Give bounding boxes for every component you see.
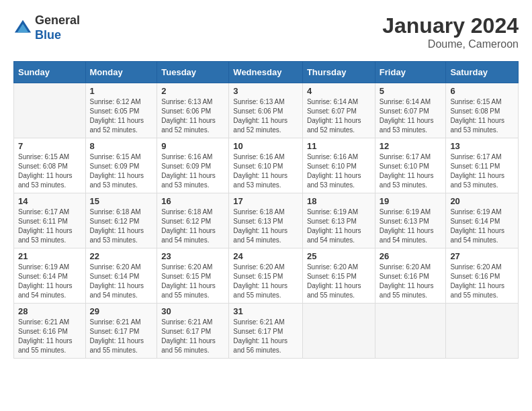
calendar-cell: 2Sunrise: 6:13 AMSunset: 6:06 PMDaylight… xyxy=(157,83,229,138)
day-number: 11 xyxy=(307,141,371,151)
calendar-cell: 18Sunrise: 6:19 AMSunset: 6:13 PMDayligh… xyxy=(302,193,375,248)
calendar-cell: 10Sunrise: 6:16 AMSunset: 6:10 PMDayligh… xyxy=(229,138,303,193)
day-info: Sunrise: 6:20 AMSunset: 6:16 PMDaylight:… xyxy=(450,263,514,300)
day-number: 13 xyxy=(450,141,514,151)
day-info: Sunrise: 6:14 AMSunset: 6:07 PMDaylight:… xyxy=(307,97,371,135)
day-info: Sunrise: 6:19 AMSunset: 6:14 PMDaylight:… xyxy=(450,208,514,245)
day-number: 15 xyxy=(90,196,153,206)
day-info: Sunrise: 6:21 AMSunset: 6:17 PMDaylight:… xyxy=(161,318,224,355)
day-number: 12 xyxy=(380,141,442,151)
day-info: Sunrise: 6:17 AMSunset: 6:11 PMDaylight:… xyxy=(450,152,514,190)
day-number: 20 xyxy=(450,196,514,206)
logo: General Blue xyxy=(13,13,80,42)
logo-icon xyxy=(13,19,32,38)
day-info: Sunrise: 6:18 AMSunset: 6:12 PMDaylight:… xyxy=(90,208,153,245)
day-info: Sunrise: 6:16 AMSunset: 6:10 PMDaylight:… xyxy=(307,152,371,190)
logo-text: General Blue xyxy=(35,13,80,42)
day-info: Sunrise: 6:21 AMSunset: 6:17 PMDaylight:… xyxy=(233,318,298,355)
day-number: 4 xyxy=(307,86,371,96)
calendar-cell: 30Sunrise: 6:21 AMSunset: 6:17 PMDayligh… xyxy=(157,304,229,359)
day-info: Sunrise: 6:17 AMSunset: 6:11 PMDaylight:… xyxy=(18,208,81,245)
month-title: January 2024 xyxy=(382,13,519,38)
day-number: 27 xyxy=(450,251,514,261)
day-info: Sunrise: 6:14 AMSunset: 6:07 PMDaylight:… xyxy=(380,97,442,135)
col-monday: Monday xyxy=(85,62,157,83)
col-thursday: Thursday xyxy=(302,62,375,83)
calendar-week-5: 28Sunrise: 6:21 AMSunset: 6:16 PMDayligh… xyxy=(14,304,519,359)
day-info: Sunrise: 6:19 AMSunset: 6:14 PMDaylight:… xyxy=(18,263,81,300)
col-sunday: Sunday xyxy=(14,62,86,83)
day-info: Sunrise: 6:18 AMSunset: 6:13 PMDaylight:… xyxy=(233,208,298,245)
day-number: 5 xyxy=(380,86,442,96)
calendar-cell: 16Sunrise: 6:18 AMSunset: 6:12 PMDayligh… xyxy=(157,193,229,248)
day-number: 8 xyxy=(90,141,153,151)
page-header: General Blue January 2024 Doume, Cameroo… xyxy=(13,13,519,50)
day-number: 21 xyxy=(18,251,81,261)
calendar-week-2: 7Sunrise: 6:15 AMSunset: 6:08 PMDaylight… xyxy=(14,138,519,193)
day-info: Sunrise: 6:21 AMSunset: 6:16 PMDaylight:… xyxy=(18,318,81,355)
day-number: 22 xyxy=(90,251,153,261)
calendar-cell: 12Sunrise: 6:17 AMSunset: 6:10 PMDayligh… xyxy=(375,138,446,193)
calendar-cell: 13Sunrise: 6:17 AMSunset: 6:11 PMDayligh… xyxy=(446,138,519,193)
day-number: 10 xyxy=(233,141,298,151)
calendar-cell: 20Sunrise: 6:19 AMSunset: 6:14 PMDayligh… xyxy=(446,193,519,248)
calendar-cell: 31Sunrise: 6:21 AMSunset: 6:17 PMDayligh… xyxy=(229,304,303,359)
day-number: 25 xyxy=(307,251,371,261)
day-number: 6 xyxy=(450,86,514,96)
day-info: Sunrise: 6:12 AMSunset: 6:05 PMDaylight:… xyxy=(90,97,153,135)
calendar-cell: 7Sunrise: 6:15 AMSunset: 6:08 PMDaylight… xyxy=(14,138,86,193)
day-number: 26 xyxy=(380,251,442,261)
day-info: Sunrise: 6:20 AMSunset: 6:15 PMDaylight:… xyxy=(233,263,298,300)
calendar-cell: 9Sunrise: 6:16 AMSunset: 6:09 PMDaylight… xyxy=(157,138,229,193)
calendar-cell: 1Sunrise: 6:12 AMSunset: 6:05 PMDaylight… xyxy=(85,83,157,138)
col-tuesday: Tuesday xyxy=(157,62,229,83)
day-number: 23 xyxy=(161,251,224,261)
day-number: 3 xyxy=(233,86,298,96)
calendar-cell: 29Sunrise: 6:21 AMSunset: 6:17 PMDayligh… xyxy=(85,304,157,359)
calendar-cell: 14Sunrise: 6:17 AMSunset: 6:11 PMDayligh… xyxy=(14,193,86,248)
calendar-cell: 19Sunrise: 6:19 AMSunset: 6:13 PMDayligh… xyxy=(375,193,446,248)
calendar-cell: 26Sunrise: 6:20 AMSunset: 6:16 PMDayligh… xyxy=(375,248,446,304)
calendar-week-4: 21Sunrise: 6:19 AMSunset: 6:14 PMDayligh… xyxy=(14,248,519,304)
col-saturday: Saturday xyxy=(446,62,519,83)
calendar-cell: 15Sunrise: 6:18 AMSunset: 6:12 PMDayligh… xyxy=(85,193,157,248)
day-info: Sunrise: 6:15 AMSunset: 6:08 PMDaylight:… xyxy=(18,152,81,190)
day-number: 18 xyxy=(307,196,371,206)
day-info: Sunrise: 6:16 AMSunset: 6:09 PMDaylight:… xyxy=(161,152,224,190)
day-info: Sunrise: 6:20 AMSunset: 6:14 PMDaylight:… xyxy=(90,263,153,300)
day-info: Sunrise: 6:19 AMSunset: 6:13 PMDaylight:… xyxy=(380,208,442,245)
calendar-cell: 24Sunrise: 6:20 AMSunset: 6:15 PMDayligh… xyxy=(229,248,303,304)
calendar-cell xyxy=(446,304,519,359)
calendar-table: Sunday Monday Tuesday Wednesday Thursday… xyxy=(13,61,519,359)
day-info: Sunrise: 6:19 AMSunset: 6:13 PMDaylight:… xyxy=(307,208,371,245)
day-number: 14 xyxy=(18,196,81,206)
calendar-cell xyxy=(14,83,86,138)
day-number: 28 xyxy=(18,306,81,316)
day-number: 24 xyxy=(233,251,298,261)
calendar-cell: 22Sunrise: 6:20 AMSunset: 6:14 PMDayligh… xyxy=(85,248,157,304)
calendar-week-3: 14Sunrise: 6:17 AMSunset: 6:11 PMDayligh… xyxy=(14,193,519,248)
day-info: Sunrise: 6:21 AMSunset: 6:17 PMDaylight:… xyxy=(90,318,153,355)
day-number: 19 xyxy=(380,196,442,206)
calendar-cell: 11Sunrise: 6:16 AMSunset: 6:10 PMDayligh… xyxy=(302,138,375,193)
day-info: Sunrise: 6:13 AMSunset: 6:06 PMDaylight:… xyxy=(161,97,224,135)
calendar-cell: 3Sunrise: 6:13 AMSunset: 6:06 PMDaylight… xyxy=(229,83,303,138)
calendar-cell: 28Sunrise: 6:21 AMSunset: 6:16 PMDayligh… xyxy=(14,304,86,359)
day-number: 17 xyxy=(233,196,298,206)
day-info: Sunrise: 6:13 AMSunset: 6:06 PMDaylight:… xyxy=(233,97,298,135)
day-info: Sunrise: 6:20 AMSunset: 6:15 PMDaylight:… xyxy=(161,263,224,300)
day-info: Sunrise: 6:17 AMSunset: 6:10 PMDaylight:… xyxy=(380,152,442,190)
day-number: 9 xyxy=(161,141,224,151)
day-info: Sunrise: 6:20 AMSunset: 6:15 PMDaylight:… xyxy=(307,263,371,300)
calendar-cell: 4Sunrise: 6:14 AMSunset: 6:07 PMDaylight… xyxy=(302,83,375,138)
day-number: 16 xyxy=(161,196,224,206)
calendar-cell: 27Sunrise: 6:20 AMSunset: 6:16 PMDayligh… xyxy=(446,248,519,304)
calendar-cell: 6Sunrise: 6:15 AMSunset: 6:08 PMDaylight… xyxy=(446,83,519,138)
calendar-cell xyxy=(302,304,375,359)
calendar-cell xyxy=(375,304,446,359)
day-number: 31 xyxy=(233,306,298,316)
calendar-cell: 25Sunrise: 6:20 AMSunset: 6:15 PMDayligh… xyxy=(302,248,375,304)
day-number: 7 xyxy=(18,141,81,151)
calendar-cell: 17Sunrise: 6:18 AMSunset: 6:13 PMDayligh… xyxy=(229,193,303,248)
calendar-cell: 8Sunrise: 6:15 AMSunset: 6:09 PMDaylight… xyxy=(85,138,157,193)
